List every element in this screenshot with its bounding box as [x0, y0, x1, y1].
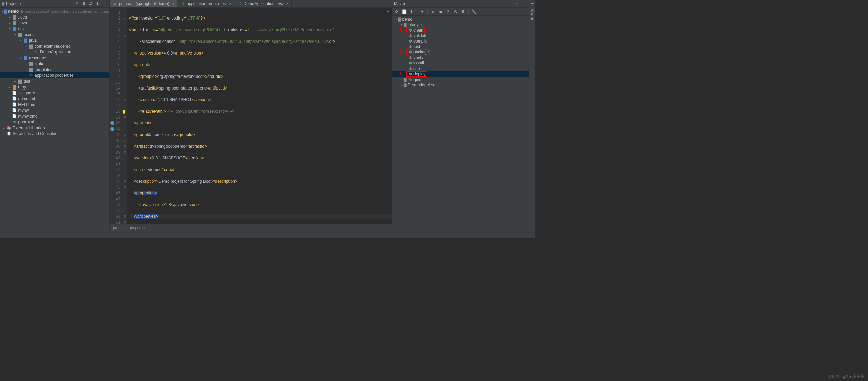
tree-item[interactable]: 📋Scratches and Consoles: [0, 131, 109, 136]
folder-icon: ▇: [17, 79, 23, 84]
generate-icon[interactable]: 📄: [401, 8, 408, 15]
maven-header: Maven ✻ —: [392, 0, 529, 8]
maven-goal-compile[interactable]: ✻compile: [392, 38, 529, 44]
maven-plugins[interactable]: ▸▇Plugins: [392, 77, 529, 82]
download-icon[interactable]: ⬇: [408, 8, 415, 15]
tree-item[interactable]: ⓒDemoApplication: [0, 49, 109, 55]
editor: mpom.xml (springboot-demo)× ⚙application…: [110, 0, 392, 231]
tree-item[interactable]: 📄mvnw: [0, 107, 109, 113]
gutter-marker-icon[interactable]: ↻: [110, 127, 114, 131]
gear-icon: ✻: [409, 56, 412, 60]
code-area[interactable]: 123456789101112131415161718💡19↻20↻242930…: [110, 8, 392, 224]
tree-item[interactable]: ▾▇resources: [0, 55, 109, 61]
hide-icon[interactable]: —: [521, 1, 526, 7]
tree-item[interactable]: ▾▇java: [0, 37, 109, 43]
fold-column: ⊟⊟⊟⊟⊟⊟⊞⊞⊟⊞⊟⊟⊟⊟⊟⊟⊟: [123, 8, 127, 224]
offline-icon[interactable]: ⊙: [452, 8, 459, 15]
maven-goal-site[interactable]: ✻site: [392, 66, 529, 71]
maven-strip-label[interactable]: Maven: [530, 9, 534, 20]
close-icon[interactable]: ×: [229, 2, 231, 6]
tree-item[interactable]: 📄mvnw.cmd: [0, 113, 109, 119]
project-header: ▮ Project ▾ ⊕ ⇅ ⇵ ✻ —: [0, 0, 109, 8]
folder-icon: ▮: [2, 1, 4, 6]
properties-icon: ⚙: [180, 1, 185, 6]
maven-module[interactable]: ▾▇demo: [392, 16, 529, 22]
hide-icon[interactable]: —: [102, 1, 107, 7]
maven-icon[interactable]: m: [437, 8, 444, 15]
bulb-icon[interactable]: 💡: [122, 109, 126, 115]
maven-goal-verify[interactable]: ✻verify: [392, 55, 529, 60]
maven-goal-package[interactable]: ✻package2: [392, 49, 529, 55]
tree-item[interactable]: ▸▇.mvn: [0, 20, 109, 26]
collapse-icon[interactable]: ⇵: [460, 8, 467, 15]
maven-goal-deploy[interactable]: ✻deploy3: [392, 71, 529, 77]
tree-item[interactable]: ▇templates: [0, 67, 109, 72]
tree-item[interactable]: ▸▇.idea: [0, 14, 109, 20]
gear-icon: ✻: [409, 61, 412, 66]
maven-icon: m: [12, 120, 17, 124]
breadcrumb-item[interactable]: project: [113, 226, 124, 230]
package-icon: ▇: [28, 44, 34, 49]
tree-item[interactable]: ▾▇src: [0, 26, 109, 32]
module-icon: ▇: [398, 17, 401, 22]
maven-goal-validate[interactable]: ✻validate: [392, 33, 529, 38]
tree-item[interactable]: ▇static: [0, 61, 109, 67]
tab-appprops[interactable]: ⚙application.properties×: [177, 0, 234, 7]
side-strip: m Maven: [529, 0, 535, 231]
tree-root[interactable]: ▾▇demoE:\workspace\004-springcloud-study…: [0, 8, 109, 14]
file-icon: 📄: [12, 91, 17, 95]
tab-demoapp[interactable]: ⓒDemoApplication.java×: [234, 0, 292, 7]
gear-icon: ✻: [409, 34, 412, 38]
tree-item[interactable]: ▸📚External Libraries: [0, 125, 109, 131]
gear-icon: ✻: [409, 45, 412, 49]
run-icon[interactable]: ▶: [430, 8, 436, 15]
project-tree: ▾▇demoE:\workspace\004-springcloud-study…: [0, 8, 109, 231]
maven-icon[interactable]: m: [531, 1, 534, 7]
tree-item-selected[interactable]: ⚙application.properties: [0, 72, 109, 78]
select-opened-icon[interactable]: ⊕: [74, 1, 80, 7]
folder-icon: ▇: [23, 56, 28, 60]
scratch-icon: 📋: [6, 131, 12, 136]
wrench-icon[interactable]: 🔧: [470, 8, 477, 15]
tree-item[interactable]: ▸▇target: [0, 84, 109, 90]
maven-title: Maven: [394, 1, 406, 6]
tree-item[interactable]: 📄demo.iml: [0, 96, 109, 102]
properties-icon: ⚙: [28, 73, 34, 78]
close-icon[interactable]: ×: [172, 2, 174, 6]
maven-icon: m: [112, 1, 117, 6]
reload-icon[interactable]: ⟳: [393, 8, 400, 15]
settings-icon[interactable]: ✻: [95, 1, 100, 7]
toggle-icon[interactable]: ⊘: [445, 8, 451, 15]
tree-item[interactable]: 📄.gitignore: [0, 90, 109, 96]
add-icon[interactable]: ＋: [419, 8, 426, 15]
maven-goal-clean[interactable]: ✻clean1: [392, 27, 529, 33]
breadcrumb-item[interactable]: properties: [130, 226, 147, 230]
maven-deps[interactable]: ▸▇Dependencies: [392, 82, 529, 88]
tree-item[interactable]: ▾▇main: [0, 32, 109, 37]
settings-icon[interactable]: ✻: [514, 1, 520, 7]
tree-item[interactable]: 📄HELP.md: [0, 102, 109, 107]
gear-icon: ✻: [409, 67, 412, 71]
maven-goal-install[interactable]: ✻install: [392, 60, 529, 66]
tree-item[interactable]: ▸▇test: [0, 78, 109, 84]
code-content[interactable]: <?xml version="1.0" encoding="UTF-8"?> <…: [127, 8, 392, 224]
project-title[interactable]: Project: [6, 1, 18, 6]
folder-icon: ▇: [404, 23, 406, 27]
folder-icon: ▇: [12, 26, 17, 31]
maven-lifecycle[interactable]: ▾▇Lifecycle: [392, 22, 529, 27]
file-icon: 📄: [12, 102, 17, 107]
tree-item[interactable]: ▾▇com.example.demo: [0, 43, 109, 49]
close-icon[interactable]: ×: [286, 2, 288, 6]
gutter-marker-icon[interactable]: ↻: [110, 121, 114, 125]
maven-toolbar: ⟳ 📄 ⬇ ＋ ▶ m ⊘ ⊙ ⇵ 🔧: [392, 8, 529, 16]
editor-tabs: mpom.xml (springboot-demo)× ⚙application…: [110, 0, 392, 8]
project-panel: ▮ Project ▾ ⊕ ⇅ ⇵ ✻ — ▾▇demoE:\workspace…: [0, 0, 110, 231]
collapse-all-icon[interactable]: ⇵: [88, 1, 94, 7]
expand-all-icon[interactable]: ⇅: [81, 1, 87, 7]
tab-pom[interactable]: mpom.xml (springboot-demo)×: [110, 0, 177, 7]
maven-goal-test[interactable]: ✻test: [392, 44, 529, 49]
module-icon: ▇: [4, 9, 7, 14]
tree-item[interactable]: mpom.xml: [0, 119, 109, 125]
dropdown-icon[interactable]: ▾: [20, 2, 21, 5]
file-icon: 📄: [12, 114, 17, 119]
